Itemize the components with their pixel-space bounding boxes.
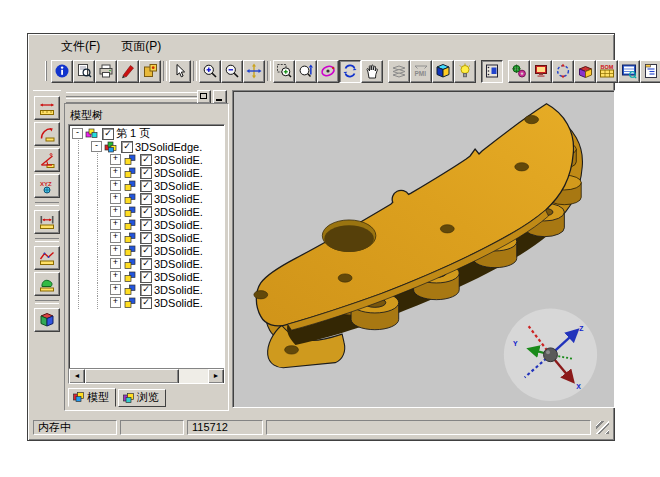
menu-file[interactable]: 文件(F): [55, 37, 106, 56]
pmi-button[interactable]: PMI: [410, 60, 432, 83]
viewport-3d[interactable]: Z X Y: [232, 90, 615, 408]
visibility-checkbox[interactable]: ✓: [121, 141, 133, 153]
visibility-checkbox[interactable]: ✓: [140, 258, 152, 270]
expand-box[interactable]: +: [110, 154, 121, 165]
structure-tree-button[interactable]: [640, 60, 660, 83]
part-node-label[interactable]: 3DSolidE.: [154, 167, 203, 179]
visibility-checkbox[interactable]: ✓: [140, 167, 152, 179]
tree-row-part: + ✓ 3DSolidE.: [69, 179, 224, 192]
part-node-label[interactable]: 3DSolidE.: [154, 232, 203, 244]
tree-horizontal-scrollbar[interactable]: ◄ ►: [69, 368, 224, 383]
part-node-label[interactable]: 3DSolidE.: [154, 271, 203, 283]
tab-model[interactable]: 模型: [68, 388, 116, 407]
zoom-window-button[interactable]: [273, 60, 295, 83]
visibility-checkbox[interactable]: ✓: [140, 271, 152, 283]
zoom-out-button[interactable]: [221, 60, 243, 83]
measure-distance-button[interactable]: [34, 96, 60, 120]
notebook-panel-icon: [484, 63, 500, 79]
page-node-label[interactable]: 第 1 页: [116, 126, 150, 141]
orbit-button[interactable]: [317, 60, 339, 83]
assembly-button[interactable]: [508, 60, 530, 83]
expand-box[interactable]: +: [110, 258, 121, 269]
part-node-label[interactable]: 3DSolidE.: [154, 245, 203, 257]
about-button[interactable]: [51, 60, 73, 83]
panel-hide-button[interactable]: [213, 90, 227, 104]
lighting-button[interactable]: [454, 60, 476, 83]
expand-box[interactable]: +: [110, 297, 121, 308]
zoom-in-button[interactable]: [199, 60, 221, 83]
cad-model-canvas[interactable]: Z X Y: [234, 92, 611, 404]
visibility-checkbox[interactable]: ✓: [140, 154, 152, 166]
resize-grip[interactable]: [596, 421, 609, 434]
scroll-left-arrow[interactable]: ◄: [69, 369, 85, 384]
part-node-label[interactable]: 3DSolidE.: [154, 206, 203, 218]
expand-box[interactable]: +: [110, 167, 121, 178]
scroll-right-arrow[interactable]: ►: [208, 369, 224, 384]
print-preview-button[interactable]: [73, 60, 95, 83]
part-node-label[interactable]: 3DSolidE.: [154, 258, 203, 270]
measure-curve-button[interactable]: [34, 246, 60, 270]
render-mode-button[interactable]: [530, 60, 552, 83]
visibility-checkbox[interactable]: ✓: [102, 128, 114, 140]
toolbar-grip[interactable]: [45, 61, 47, 81]
expand-box[interactable]: +: [110, 271, 121, 282]
measure-area-button[interactable]: [34, 272, 60, 296]
scroll-thumb[interactable]: [85, 369, 179, 384]
rotate-button[interactable]: [339, 60, 361, 83]
expand-box[interactable]: +: [110, 193, 121, 204]
visibility-checkbox[interactable]: ✓: [140, 297, 152, 309]
axis-x-label: X: [576, 383, 581, 390]
part-node-label[interactable]: 3DSolidE.: [154, 284, 203, 296]
part-node-label[interactable]: 3DSolidE.: [154, 180, 203, 192]
expand-box[interactable]: +: [110, 206, 121, 217]
expand-box[interactable]: +: [110, 232, 121, 243]
bom-button[interactable]: BOM: [596, 60, 618, 83]
zoom-dynamic-button[interactable]: [295, 60, 317, 83]
solid-view-button[interactable]: [574, 60, 596, 83]
panel-float-button[interactable]: [197, 90, 211, 104]
part-node-label[interactable]: 3DSolidE.: [154, 154, 203, 166]
print-button[interactable]: [95, 60, 117, 83]
measure-volume-button[interactable]: [34, 308, 60, 332]
status-field-4: [266, 420, 591, 435]
select-button[interactable]: [169, 60, 191, 83]
panel-title-grip[interactable]: [64, 90, 229, 102]
collapse-box[interactable]: -: [72, 128, 83, 139]
data-table-button[interactable]: [618, 60, 640, 83]
expand-box[interactable]: +: [110, 245, 121, 256]
collapse-box[interactable]: -: [91, 141, 102, 152]
assembly-node-label[interactable]: 3DSolidEdge.: [135, 141, 202, 153]
view-cube-button[interactable]: [432, 60, 454, 83]
edit-button[interactable]: [117, 60, 139, 83]
expand-box[interactable]: +: [110, 284, 121, 295]
model-tree: - ✓ 第 1 页 - ✓ 3DSolidEdge.: [68, 124, 225, 384]
visibility-checkbox[interactable]: ✓: [140, 206, 152, 218]
pmi-label: PMI: [415, 70, 427, 77]
part-node-label[interactable]: 3DSolidE.: [154, 297, 203, 309]
measure-angle-button[interactable]: [34, 148, 60, 172]
axis-y-label: Y: [513, 340, 518, 347]
orientation-triad[interactable]: Z X Y: [504, 309, 597, 402]
menu-page[interactable]: 页面(P): [115, 37, 167, 56]
print-preview-icon: [76, 63, 92, 79]
measure-coordinate-button[interactable]: XYZ: [34, 174, 60, 198]
measure-radius-button[interactable]: [34, 122, 60, 146]
visibility-checkbox[interactable]: ✓: [140, 180, 152, 192]
visibility-checkbox[interactable]: ✓: [140, 193, 152, 205]
pan-hand-button[interactable]: [361, 60, 383, 83]
visibility-checkbox[interactable]: ✓: [140, 284, 152, 296]
expand-box[interactable]: +: [110, 180, 121, 191]
pan-axes-button[interactable]: [243, 60, 265, 83]
spin-animation-button[interactable]: [552, 60, 574, 83]
visibility-checkbox[interactable]: ✓: [140, 219, 152, 231]
layers-button[interactable]: [388, 60, 410, 83]
visibility-checkbox[interactable]: ✓: [140, 245, 152, 257]
model-tree-panel-button[interactable]: [481, 60, 503, 83]
part-node-label[interactable]: 3DSolidE.: [154, 193, 203, 205]
export-button[interactable]: [139, 60, 161, 83]
measure-between-button[interactable]: [34, 210, 60, 234]
tab-browse[interactable]: 浏览: [118, 389, 166, 407]
visibility-checkbox[interactable]: ✓: [140, 232, 152, 244]
part-node-label[interactable]: 3DSolidE.: [154, 219, 203, 231]
expand-box[interactable]: +: [110, 219, 121, 230]
